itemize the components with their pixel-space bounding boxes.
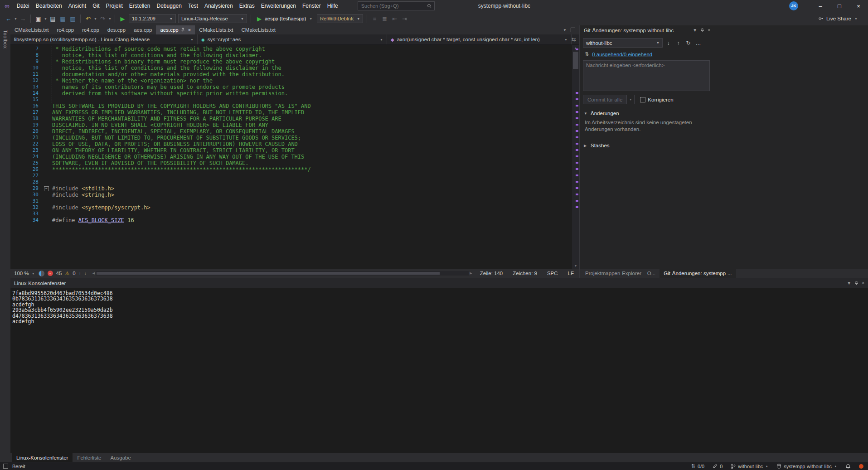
- fold-margin[interactable]: [40, 84, 52, 90]
- fold-margin[interactable]: [40, 147, 52, 154]
- fold-margin[interactable]: [40, 90, 52, 97]
- word-wrap-icon[interactable]: ≣: [380, 14, 389, 24]
- more-actions-icon[interactable]: …: [694, 39, 703, 47]
- fold-margin[interactable]: [40, 179, 52, 185]
- toolbox-tab[interactable]: Toolbox: [3, 30, 8, 462]
- stashes-section-header[interactable]: ▶ Stashes: [584, 143, 709, 148]
- add-item-icon[interactable]: ▤: [48, 14, 58, 24]
- menu-datei[interactable]: Datei: [14, 0, 33, 12]
- warning-icon[interactable]: ⚠: [65, 271, 69, 276]
- save-all-icon[interactable]: ▥: [68, 14, 78, 24]
- chevron-down-icon[interactable]: ▼: [693, 28, 697, 33]
- line-number[interactable]: 20: [10, 128, 40, 135]
- editor-horizontal-scrollbar[interactable]: ◀ ▶: [92, 271, 472, 276]
- commit-message-input[interactable]: Nachricht eingeben <erforderlich>: [583, 60, 710, 91]
- line-number[interactable]: 29: [10, 185, 40, 192]
- line-number[interactable]: 24: [10, 154, 40, 160]
- bell-icon[interactable]: [845, 464, 851, 469]
- undo-caret-icon[interactable]: ▼: [93, 17, 97, 20]
- close-icon[interactable]: ×: [708, 28, 710, 33]
- fold-margin[interactable]: [40, 52, 52, 58]
- line-number[interactable]: 31: [10, 198, 40, 204]
- new-project-caret-icon[interactable]: ▼: [44, 17, 48, 20]
- member-dropdown[interactable]: ◆ axor(unsigned char * target, const uns…: [387, 34, 572, 44]
- incoming-outgoing-link[interactable]: 0 ausgehend/0 eingehend: [592, 52, 652, 57]
- fold-margin[interactable]: −: [40, 185, 52, 192]
- fold-margin[interactable]: [40, 211, 52, 217]
- fold-margin[interactable]: [40, 192, 52, 198]
- fold-margin[interactable]: [40, 217, 52, 223]
- repository-status[interactable]: systempp-without-libc ▲: [776, 464, 837, 469]
- refresh-icon[interactable]: ↻: [684, 39, 693, 47]
- line-number[interactable]: 32: [10, 204, 40, 211]
- fold-margin[interactable]: [40, 109, 52, 116]
- amend-option[interactable]: Korrigieren: [640, 97, 673, 102]
- indent-decrease-icon[interactable]: ⇤: [390, 14, 399, 24]
- line-number[interactable]: 26: [10, 166, 40, 173]
- commit-options-caret-icon[interactable]: ▼: [627, 95, 635, 104]
- line-number[interactable]: 8: [10, 52, 40, 58]
- new-project-icon[interactable]: ▣: [34, 14, 43, 24]
- redo-icon[interactable]: ↷: [98, 14, 107, 24]
- document-tab[interactable]: CMakeLists.txt: [195, 25, 237, 34]
- line-number[interactable]: 9: [10, 58, 40, 65]
- search-icon[interactable]: [427, 4, 432, 9]
- line-number[interactable]: 21: [10, 135, 40, 141]
- menu-test[interactable]: Test: [185, 0, 201, 12]
- document-tab[interactable]: rc4.cpp: [78, 25, 103, 34]
- panel-tab[interactable]: Linux-Konsolenfenster: [12, 453, 73, 462]
- code-editor[interactable]: 7 * Redistributions of source code must …: [10, 45, 579, 269]
- commit-all-button[interactable]: Commit für alle ▼: [583, 95, 635, 104]
- branch-selector[interactable]: without-libc ▼: [583, 38, 663, 48]
- fold-margin[interactable]: [40, 128, 52, 135]
- scroll-right-icon[interactable]: ▶: [470, 271, 472, 275]
- menu-projekt[interactable]: Projekt: [102, 0, 126, 12]
- undo-icon[interactable]: ↶: [83, 14, 93, 24]
- chevron-down-icon[interactable]: ▼: [847, 281, 851, 286]
- scrollbar-thumb[interactable]: [573, 52, 578, 69]
- menu-analysieren[interactable]: Analysieren: [201, 0, 236, 12]
- document-list-caret-icon[interactable]: ▼: [563, 28, 567, 32]
- project-dropdown[interactable]: libsystempp.so (src\libsystempp.so) - Li…: [10, 34, 198, 44]
- scroll-down-icon[interactable]: ▼: [572, 263, 579, 269]
- fold-margin[interactable]: [40, 166, 52, 173]
- close-button[interactable]: ×: [849, 0, 868, 12]
- line-number[interactable]: 30: [10, 192, 40, 198]
- fold-margin[interactable]: [40, 46, 52, 52]
- redo-caret-icon[interactable]: ▼: [108, 17, 112, 20]
- pending-edits-status[interactable]: 0: [713, 464, 723, 469]
- fold-margin[interactable]: [40, 122, 52, 128]
- line-number[interactable]: 14: [10, 90, 40, 97]
- line-number[interactable]: 12: [10, 78, 40, 84]
- search-input[interactable]: [360, 3, 425, 9]
- menu-debuggen[interactable]: Debuggen: [154, 0, 185, 12]
- save-icon[interactable]: ▦: [58, 14, 68, 24]
- background-tasks-icon[interactable]: [3, 464, 8, 469]
- document-tab[interactable]: CMakeLists.txt: [10, 25, 53, 34]
- pin-icon[interactable]: [181, 28, 185, 32]
- navigate-back-icon[interactable]: ←: [4, 14, 13, 24]
- document-tab[interactable]: rc4.cpp: [53, 25, 78, 34]
- fold-margin[interactable]: [40, 173, 52, 179]
- fetch-icon[interactable]: ↓: [664, 39, 673, 47]
- line-number[interactable]: 15: [10, 97, 40, 103]
- fold-margin[interactable]: [40, 135, 52, 141]
- menu-erweiterungen[interactable]: Erweiterungen: [258, 0, 299, 12]
- menu-bearbeiten[interactable]: Bearbeiten: [33, 0, 65, 12]
- fold-margin[interactable]: [40, 58, 52, 65]
- line-number[interactable]: 16: [10, 103, 40, 109]
- close-icon[interactable]: ×: [188, 27, 191, 33]
- push-icon[interactable]: ↑: [674, 39, 683, 47]
- menu-fenster[interactable]: Fenster: [299, 0, 324, 12]
- indent-increase-icon[interactable]: ⇥: [400, 14, 409, 24]
- panel-tab[interactable]: Fehlerliste: [73, 453, 106, 462]
- avatar[interactable]: JK: [789, 1, 798, 10]
- horizontal-scroll-thumb[interactable]: [97, 272, 440, 275]
- line-number[interactable]: 13: [10, 84, 40, 90]
- close-icon[interactable]: ×: [862, 281, 864, 286]
- minimize-button[interactable]: –: [811, 0, 830, 12]
- document-health-icon[interactable]: [39, 271, 44, 276]
- menu-git[interactable]: Git: [89, 0, 102, 12]
- fold-margin[interactable]: [40, 97, 52, 103]
- zoom-combo[interactable]: 100 % ▼: [14, 271, 35, 276]
